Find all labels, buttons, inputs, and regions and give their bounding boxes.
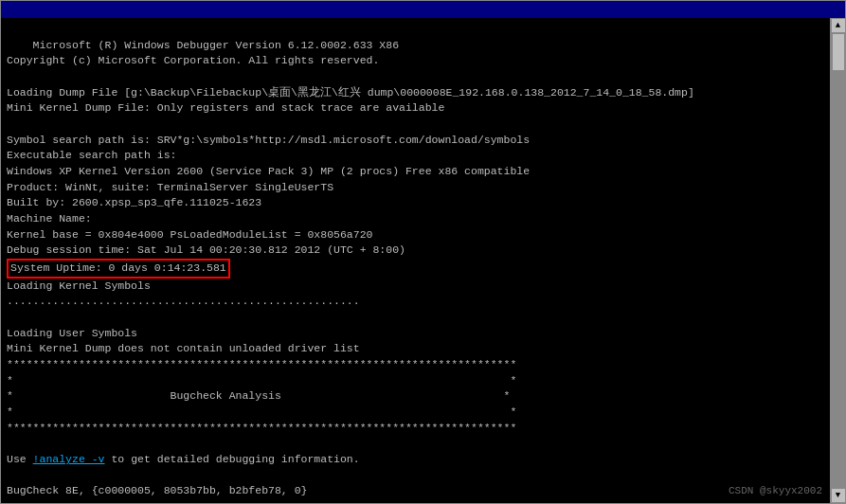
- scrollbar-thumb[interactable]: [832, 33, 845, 71]
- scrollbar-track[interactable]: [831, 33, 845, 488]
- highlighted-uptime-line: System Uptime: 0 days 0:14:23.581: [7, 259, 230, 279]
- watermark: CSDN @skyyx2002: [729, 484, 822, 499]
- window: Microsoft (R) Windows Debugger Version 6…: [0, 0, 846, 504]
- scroll-down-arrow[interactable]: ▼: [831, 488, 846, 503]
- title-bar: [1, 1, 845, 18]
- analyze-link[interactable]: !analyze -v: [33, 453, 105, 465]
- scrollbar[interactable]: ▲ ▼: [830, 18, 845, 503]
- terminal[interactable]: Microsoft (R) Windows Debugger Version 6…: [1, 18, 830, 503]
- scroll-up-arrow[interactable]: ▲: [831, 18, 846, 33]
- content-area: Microsoft (R) Windows Debugger Version 6…: [1, 18, 845, 503]
